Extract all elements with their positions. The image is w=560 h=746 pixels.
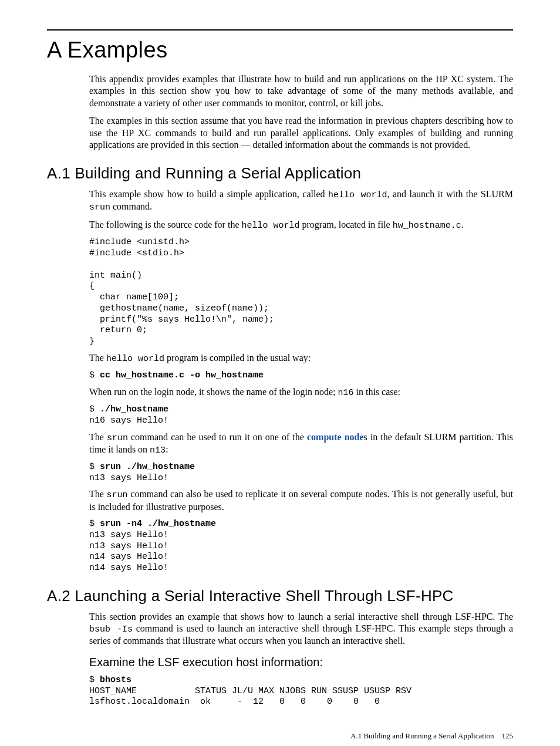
prompt: $	[89, 404, 100, 414]
text: The	[89, 489, 107, 499]
output: n13 says Hello! n13 says Hello! n14 says…	[89, 530, 168, 573]
inline-code: srun	[107, 490, 128, 500]
output: n13 says Hello!	[89, 473, 168, 483]
footer-text: A.1 Building and Running a Serial Applic…	[350, 731, 494, 740]
output: n16 says Hello!	[89, 416, 168, 426]
inline-code: hello world	[328, 190, 387, 200]
intro-paragraph-2: The examples in this section assume that…	[89, 115, 513, 151]
intro-paragraph-1: This appendix provides examples that ill…	[89, 73, 513, 109]
text: When run on the login node, it shows the…	[89, 387, 338, 397]
appendix-title: A Examples	[47, 38, 513, 63]
inline-code: srun	[107, 433, 128, 443]
text: in this case:	[354, 387, 401, 397]
prompt: $	[89, 462, 100, 472]
a1-paragraph-4: When run on the login node, it shows the…	[89, 386, 513, 399]
inline-code: hw_hostname.c	[393, 221, 461, 231]
page-number: 125	[502, 731, 514, 740]
source-code-block: #include <unistd.h> #include <stdio.h> i…	[89, 237, 513, 347]
run2-block: $ srun ./hw_hostname n13 says Hello!	[89, 462, 513, 484]
text: command can also be used to replicate it…	[89, 489, 513, 511]
a1-paragraph-5: The srun command can be used to run it o…	[89, 431, 513, 456]
text: :	[166, 444, 168, 454]
section-a1-heading: A.1 Building and Running a Serial Applic…	[47, 164, 513, 183]
inline-code: n16	[338, 388, 353, 398]
a2-subheading: Examine the LSF execution host informati…	[89, 656, 513, 669]
text: The following is the source code for the	[89, 220, 241, 229]
a1-paragraph-6: The srun command can also be used to rep…	[89, 488, 513, 513]
run1-block: $ ./hw_hostname n16 says Hello!	[89, 404, 513, 427]
text: program, located in file	[300, 220, 393, 229]
inline-code: n13	[150, 445, 166, 455]
bhosts-block: $ bhosts HOST_NAME STATUS JL/U MAX NJOBS…	[89, 675, 513, 708]
a1-paragraph-3: The hello world program is compiled in t…	[89, 352, 513, 364]
inline-code: srun	[89, 202, 110, 212]
text: program is compiled in the usual way:	[164, 353, 311, 363]
inline-code: hello world	[106, 354, 164, 364]
inline-code: hello world	[241, 221, 299, 231]
a1-paragraph-2: The following is the source code for the…	[89, 219, 513, 231]
text: command is used to launch an interactive…	[89, 623, 513, 646]
text: , and launch it with the SLURM	[387, 189, 513, 199]
text: .	[461, 220, 464, 229]
command: bhosts	[100, 675, 131, 685]
text: command can be used to run it on one of …	[128, 432, 307, 442]
text: command.	[110, 201, 152, 211]
section-a2-heading: A.2 Launching a Serial Interactive Shell…	[47, 587, 513, 605]
compile-command-block: $ cc hw_hostname.c -o hw_hostname	[89, 370, 513, 382]
a1-paragraph-1: This example show how to build a simple …	[89, 188, 513, 213]
command: srun -n4 ./hw_hostname	[100, 519, 216, 529]
top-rule	[47, 29, 513, 31]
run3-block: $ srun -n4 ./hw_hostname n13 says Hello!…	[89, 519, 513, 574]
a2-paragraph-1: This section provides an example that sh…	[89, 611, 513, 647]
command: ./hw_hostname	[100, 404, 168, 414]
inline-code: bsub -Is	[89, 625, 133, 634]
output: HOST_NAME STATUS JL/U MAX NJOBS RUN SSUS…	[89, 686, 411, 707]
command: srun ./hw_hostname	[100, 462, 195, 472]
prompt: $	[89, 370, 100, 380]
text: This example show how to build a simple …	[89, 189, 328, 199]
page-footer: A.1 Building and Running a Serial Applic…	[47, 731, 513, 741]
prompt: $	[89, 519, 100, 529]
prompt: $	[89, 675, 100, 685]
text: The	[89, 432, 107, 442]
text: This section provides an example that sh…	[89, 612, 513, 622]
link-compute-node[interactable]: compute node	[307, 432, 364, 442]
text: The	[89, 353, 106, 363]
command: cc hw_hostname.c -o hw_hostname	[100, 370, 264, 380]
